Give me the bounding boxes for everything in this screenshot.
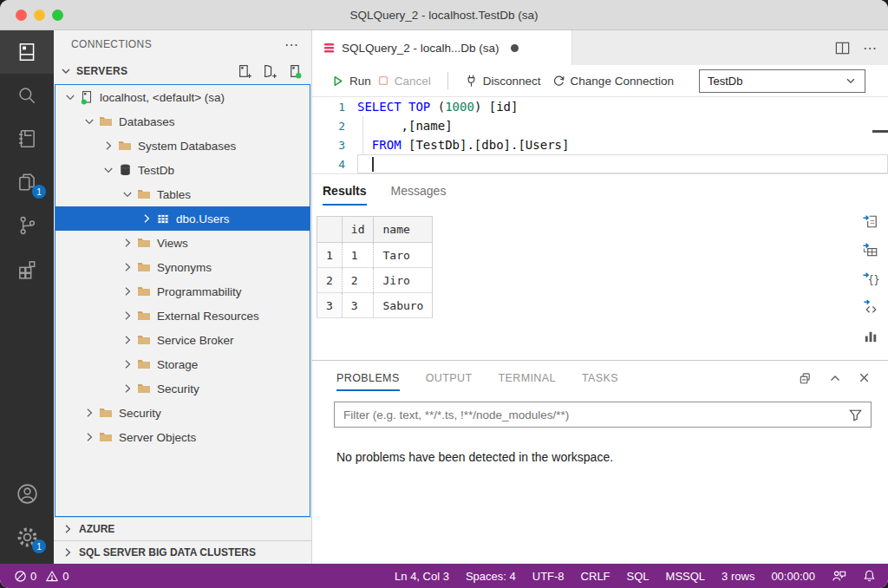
activity-item-search[interactable] bbox=[0, 74, 54, 117]
data-cell[interactable]: Taro bbox=[374, 243, 433, 268]
tree-item-databases[interactable]: Databases bbox=[56, 109, 310, 134]
table-row: 33Saburo bbox=[317, 293, 433, 318]
tree-item-security[interactable]: Security bbox=[56, 376, 310, 401]
tree-item-label: System Databases bbox=[138, 140, 236, 153]
table-icon bbox=[154, 212, 172, 225]
line-number: 4 bbox=[312, 158, 357, 171]
disconnect-button[interactable]: Disconnect bbox=[465, 75, 541, 88]
errors-warnings-button[interactable]: 0 0 bbox=[14, 570, 69, 583]
results-tab-results[interactable]: Results bbox=[323, 184, 367, 206]
status-crlf[interactable]: CRLF bbox=[581, 570, 610, 583]
save-csv-button[interactable] bbox=[862, 212, 880, 231]
new-connection-button[interactable] bbox=[238, 64, 252, 79]
panel-tab-terminal[interactable]: TERMINAL bbox=[498, 372, 555, 391]
tree-item-testdb[interactable]: TestDb bbox=[56, 158, 310, 182]
unsaved-changes-dot[interactable] bbox=[511, 44, 519, 52]
activity-item-accounts[interactable] bbox=[0, 472, 54, 515]
status-ln-4-col-3[interactable]: Ln 4, Col 3 bbox=[395, 570, 449, 583]
save-json-button[interactable]: {} bbox=[862, 270, 880, 288]
close-panel-icon[interactable] bbox=[858, 371, 871, 386]
status-00-00-00[interactable]: 00:00:00 bbox=[771, 570, 815, 583]
run-button[interactable]: Run bbox=[331, 75, 371, 88]
panel-tab-tasks[interactable]: TASKS bbox=[582, 372, 618, 391]
connections-sidebar: CONNECTIONS ⋯ SERVERS localhost, <defaul… bbox=[54, 30, 312, 564]
section-azure[interactable]: AZURE bbox=[54, 517, 311, 540]
feedback-icon[interactable] bbox=[832, 569, 846, 583]
tree-item-server-objects[interactable]: Server Objects bbox=[56, 425, 310, 449]
tree-item-programmability[interactable]: Programmability bbox=[56, 279, 310, 304]
connections-more-icon[interactable]: ⋯ bbox=[284, 36, 299, 53]
tree-item-tables[interactable]: Tables bbox=[56, 182, 310, 206]
servers-header[interactable]: SERVERS bbox=[54, 58, 311, 84]
column-header-name[interactable]: name bbox=[374, 217, 433, 243]
tree-item-external-resources[interactable]: External Resources bbox=[56, 304, 310, 328]
tree-item-service-broker[interactable]: Service Broker bbox=[56, 328, 310, 352]
tab-sqlquery[interactable]: SQLQuery_2 - localh...Db (sa) bbox=[312, 30, 572, 65]
filter-funnel-icon[interactable] bbox=[848, 408, 871, 422]
tree-item-label: dbo.Users bbox=[176, 212, 230, 225]
activity-item-connections[interactable] bbox=[0, 30, 54, 74]
split-editor-icon[interactable] bbox=[834, 40, 851, 56]
sql-code-editor[interactable]: 1SELECT TOP (1000) [id]2 ,[name]3 FROM [… bbox=[312, 97, 888, 173]
tree-item-localhost-default-sa-[interactable]: localhost, <default> (sa) bbox=[56, 85, 310, 109]
tree-item-security[interactable]: Security bbox=[56, 401, 310, 425]
change-connection-icon bbox=[552, 75, 565, 88]
status-spaces-4[interactable]: Spaces: 4 bbox=[466, 570, 516, 583]
save-xml-button[interactable] bbox=[862, 298, 880, 317]
data-cell[interactable]: Jiro bbox=[374, 268, 433, 293]
tree-item-dbo-users[interactable]: dbo.Users bbox=[56, 206, 310, 231]
panel-tab-output[interactable]: OUTPUT bbox=[426, 372, 473, 391]
tree-item-storage[interactable]: Storage bbox=[56, 352, 310, 376]
text-cursor bbox=[372, 157, 374, 172]
change-connection-button[interactable]: Change Connection bbox=[552, 75, 674, 88]
activity-item-notebooks[interactable] bbox=[0, 117, 54, 160]
active-connections-button[interactable] bbox=[288, 64, 303, 79]
status-sql[interactable]: SQL bbox=[627, 570, 650, 583]
data-cell[interactable]: Saburo bbox=[374, 293, 433, 318]
activity-item-settings[interactable]: 1 bbox=[0, 515, 54, 559]
status-utf-8[interactable]: UTF-8 bbox=[532, 570, 565, 583]
row-number-cell[interactable]: 1 bbox=[317, 243, 343, 268]
table-row: 11Taro bbox=[317, 243, 433, 268]
results-tab-messages[interactable]: Messages bbox=[391, 184, 447, 206]
maximize-panel-icon[interactable] bbox=[828, 371, 842, 386]
tree-item-synonyms[interactable]: Synonyms bbox=[56, 255, 310, 279]
window-title: SQLQuery_2 - localhost.TestDb (sa) bbox=[0, 9, 888, 22]
new-server-group-button[interactable] bbox=[263, 64, 278, 79]
column-header-id[interactable]: id bbox=[342, 217, 374, 243]
editor-more-actions-icon[interactable]: ⋯ bbox=[863, 40, 878, 56]
tree-item-views[interactable]: Views bbox=[56, 231, 310, 255]
save-excel-button[interactable] bbox=[862, 241, 880, 259]
code-line-3: 3 FROM [TestDb].[dbo].[Users] bbox=[312, 135, 888, 154]
results-grid[interactable]: idname 11Taro22Jiro33Saburo bbox=[317, 216, 433, 318]
problems-filter-input[interactable] bbox=[335, 408, 848, 421]
cancel-icon bbox=[377, 75, 389, 87]
chevron-right-icon bbox=[120, 333, 135, 347]
data-cell[interactable]: 1 bbox=[342, 243, 374, 268]
status-3-rows[interactable]: 3 rows bbox=[722, 570, 754, 583]
data-cell[interactable]: 3 bbox=[342, 293, 374, 318]
tree-item-system-databases[interactable]: System Databases bbox=[56, 134, 310, 158]
row-number-cell[interactable]: 3 bbox=[317, 293, 343, 318]
restore-panel-icon[interactable] bbox=[798, 371, 813, 386]
database-dropdown[interactable]: TestDb bbox=[699, 69, 865, 93]
data-cell[interactable]: 2 bbox=[342, 268, 374, 293]
problems-filter bbox=[334, 402, 872, 428]
activity-item-explorer[interactable]: 1 bbox=[0, 160, 54, 204]
activity-item-source-control[interactable] bbox=[0, 204, 54, 247]
folder-icon bbox=[135, 309, 153, 323]
section-sql-server-big-data-clusters[interactable]: SQL SERVER BIG DATA CLUSTERS bbox=[54, 540, 311, 564]
status-mssql[interactable]: MSSQL bbox=[666, 570, 706, 583]
column-header-rownum[interactable] bbox=[317, 217, 343, 243]
editor-tab-bar: SQLQuery_2 - localh...Db (sa) ⋯ bbox=[312, 30, 888, 65]
chart-button[interactable] bbox=[862, 327, 880, 345]
problems-message: No problems have been detected in the wo… bbox=[312, 428, 888, 464]
activity-item-extensions[interactable] bbox=[0, 247, 54, 291]
notifications-bell-icon[interactable] bbox=[863, 569, 876, 583]
panel-tab-problems[interactable]: PROBLEMS bbox=[336, 372, 400, 391]
row-number-cell[interactable]: 2 bbox=[317, 268, 343, 293]
line-number: 1 bbox=[312, 101, 357, 114]
cancel-button[interactable]: Cancel bbox=[377, 75, 431, 88]
section-label: AZURE bbox=[79, 523, 114, 535]
chevron-right-icon bbox=[120, 309, 135, 323]
